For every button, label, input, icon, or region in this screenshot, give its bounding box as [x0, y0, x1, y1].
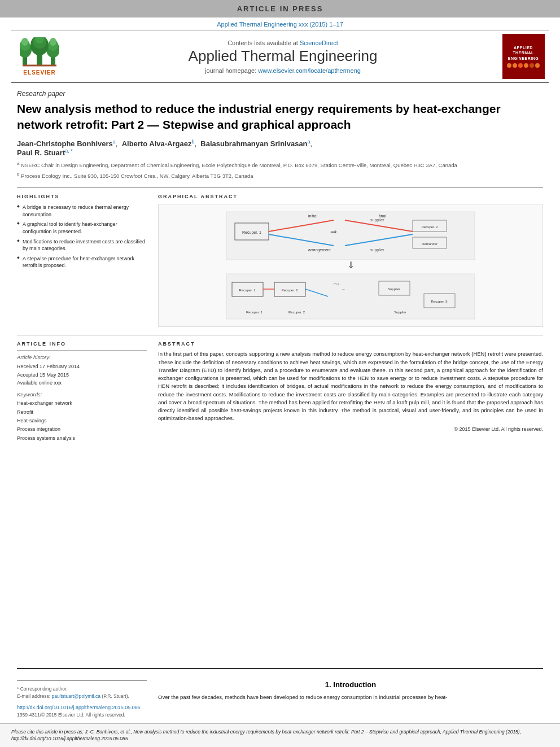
graphical-abstract-col: GRAPHICAL ABSTRACT Recuper. 1 ⇒ — [158, 188, 543, 327]
svg-text:Recuper. 1: Recuper. 1 — [246, 311, 263, 314]
science-direct-line: Contents lists available at ScienceDirec… — [68, 40, 498, 46]
elsevier-logo: ELSEVIER — [11, 35, 68, 78]
affil-a-text: NSERC Chair in Design Engineering, Depar… — [21, 163, 457, 169]
graphical-abstract-heading: GRAPHICAL ABSTRACT — [158, 194, 543, 199]
thick-divider — [17, 668, 543, 669]
ate-circle-6 — [535, 63, 540, 68]
keywords-list: Heat-exchanger network Retrofit Heat-sav… — [17, 399, 147, 442]
corr-author-label: * Corresponding author. — [17, 686, 68, 692]
article-type-label: Research paper — [17, 90, 543, 98]
author-3-sup: a — [308, 139, 310, 145]
svg-text:Recuper. 2: Recuper. 2 — [281, 289, 298, 292]
page: ARTICLE IN PRESS Applied Thermal Enginee… — [0, 0, 560, 747]
journal-title: Applied Thermal Engineering — [68, 47, 498, 65]
ate-circles — [507, 63, 540, 68]
svg-text:supplier: supplier — [370, 218, 384, 222]
svg-text:⇓: ⇓ — [347, 260, 355, 270]
svg-text:⇒: ⇒ — [330, 227, 337, 236]
journal-header: Applied Thermal Engineering xxx (2015) 1… — [0, 18, 560, 83]
abstract-col: ABSTRACT In the first part of this paper… — [158, 341, 543, 443]
elsevier-label: ELSEVIER — [23, 69, 55, 76]
article-in-press-banner: ARTICLE IN PRESS — [0, 0, 560, 18]
svg-text:Recuper. 5: Recuper. 5 — [431, 300, 448, 303]
affil-b-sup: b — [17, 172, 19, 177]
footer-banner: Please cite this article in press as: J.… — [0, 723, 560, 748]
svg-text:Supplier: Supplier — [388, 287, 400, 291]
svg-point-7 — [50, 38, 56, 46]
svg-text:Supplier: Supplier — [394, 311, 406, 314]
info-divider — [17, 350, 147, 351]
svg-text:arrangement: arrangement — [308, 248, 331, 252]
abstract-text: In the first part of this paper, concept… — [158, 350, 543, 422]
svg-text:Recuper. 2: Recuper. 2 — [288, 311, 305, 314]
authors-line: Jean-Christophe Bonhiversa, Alberto Alva… — [17, 139, 543, 158]
ate-label: APPLIED THERMAL ENGINEERING — [508, 45, 539, 60]
email-link[interactable]: paultstuart@polymtl.ca — [51, 693, 100, 699]
intro-right-col: 1. Introduction Over the past few decade… — [158, 675, 543, 718]
paper-title: New analysis method to reduce the indust… — [17, 101, 543, 133]
affil-a-sup: a — [17, 161, 19, 166]
science-direct-link[interactable]: ScienceDirect — [300, 40, 338, 46]
introduction-heading: 1. Introduction — [158, 680, 543, 689]
author-1-sup: a — [113, 139, 116, 145]
author-1-name: Jean-Christophe Bonhivers — [17, 139, 113, 148]
ate-circle-3 — [518, 63, 523, 68]
svg-rect-13 — [226, 212, 475, 260]
science-direct-prefix: Contents lists available at — [228, 40, 300, 46]
highlight-item-3: Modifications to reduce investment costs… — [17, 238, 147, 252]
homepage-url[interactable]: www.elsevier.com/locate/apthermeng — [258, 67, 361, 74]
introduction-section: * Corresponding author. E-mail address: … — [0, 675, 560, 723]
history-label: Article history: — [17, 354, 147, 360]
doi-link[interactable]: http://dx.doi.org/10.1016/j.applthermale… — [17, 705, 147, 710]
ate-circle-2 — [513, 63, 517, 68]
elsevier-tree-icon — [20, 37, 59, 68]
ate-circle-4 — [524, 63, 528, 68]
corresponding-author-block: * Corresponding author. E-mail address: … — [17, 680, 147, 718]
author-4-sup: a, * — [65, 148, 73, 154]
author-2-sup: b — [191, 139, 194, 145]
journal-homepage-line: journal homepage: www.elsevier.com/locat… — [68, 67, 498, 74]
email-suffix: (P.R. Stuart). — [100, 693, 129, 699]
svg-point-3 — [21, 38, 28, 46]
graphical-abstract-box: Recuper. 1 ⇒ initial arrangement final — [158, 204, 543, 327]
footer-text: Please cite this article in press as: J.… — [11, 729, 521, 742]
svg-text:Recuper. 1: Recuper. 1 — [239, 289, 256, 292]
journal-center: Contents lists available at ScienceDirec… — [68, 40, 498, 74]
highlight-item-2: A graphical tool to identify heat-exchan… — [17, 221, 147, 235]
journal-header-inner: ELSEVIER Contents lists available at Sci… — [11, 30, 549, 83]
highlights-list: A bridge is necessary to reduce thermal … — [17, 204, 147, 269]
highlight-item-4: A stepwise procedure for heat-exchanger … — [17, 255, 147, 269]
affiliation-b: b Process Ecology Inc., Suite 930, 105-1… — [17, 171, 543, 180]
author-2-name: Alberto Alva-Argaez — [122, 139, 192, 148]
highlights-heading: HIGHLIGHTS — [17, 194, 147, 199]
ate-circle-5 — [530, 63, 534, 68]
intro-left-col: * Corresponding author. E-mail address: … — [17, 675, 147, 718]
author-3-name: Balasubrahmanyan Srinivasan — [200, 139, 307, 148]
main-content: Research paper New analysis method to re… — [0, 83, 560, 662]
banner-text: ARTICLE IN PRESS — [237, 5, 323, 13]
svg-text:...: ... — [342, 287, 345, 290]
corresponding-author-note: * Corresponding author. E-mail address: … — [17, 685, 147, 700]
issn-line: 1359-4311/© 2015 Elsevier Ltd. All right… — [17, 712, 147, 718]
journal-citation: Applied Thermal Engineering xxx (2015) 1… — [11, 21, 549, 28]
copyright-line: © 2015 Elsevier Ltd. All rights reserved… — [158, 426, 543, 432]
highlight-item-1: A bridge is necessary to reduce thermal … — [17, 204, 147, 218]
received-date: Received 17 February 2014 Accepted 15 Ma… — [17, 362, 147, 387]
author-4-name: Paul R. Stuart — [17, 148, 65, 157]
article-info-abstract-section: ARTICLE INFO Article history: Received 1… — [17, 335, 543, 443]
highlights-graphical-section: HIGHLIGHTS A bridge is necessary to redu… — [17, 187, 543, 327]
svg-text:final: final — [379, 214, 386, 218]
ate-logo: APPLIED THERMAL ENGINEERING — [498, 34, 549, 79]
introduction-body: Over the past few decades, methods have … — [158, 693, 543, 701]
article-info-col: ARTICLE INFO Article history: Received 1… — [17, 341, 147, 443]
svg-text:m =: m = — [334, 282, 340, 286]
graphical-abstract-svg: Recuper. 1 ⇒ initial arrangement final — [163, 209, 538, 322]
svg-text:supplier: supplier — [370, 248, 384, 252]
article-info-heading: ARTICLE INFO — [17, 341, 147, 347]
keywords-label: Keywords: — [17, 391, 147, 397]
svg-text:Demander: Demander — [422, 242, 438, 246]
affiliation-a: a NSERC Chair in Design Engineering, Dep… — [17, 160, 543, 169]
ate-circle-1 — [507, 63, 511, 68]
svg-rect-31 — [226, 274, 475, 319]
svg-text:initial: initial — [308, 214, 317, 218]
